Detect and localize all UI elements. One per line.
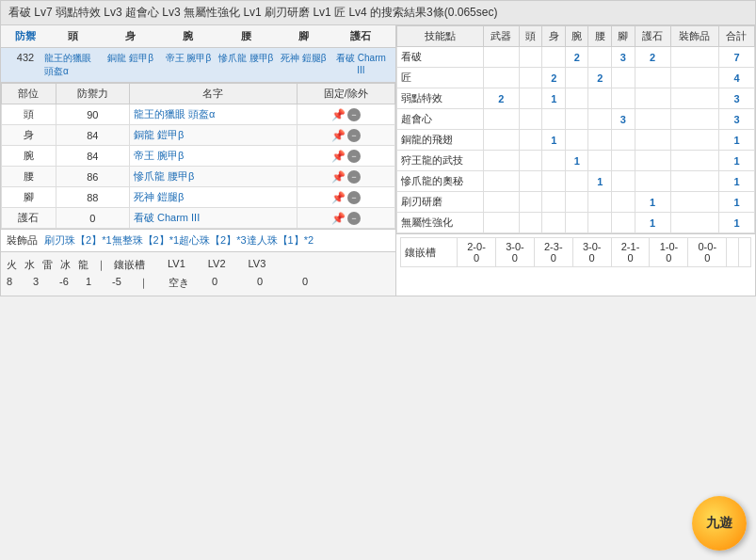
part-table: 部位 防禦力 名字 固定/除外 頭 90 龍王的獵眼 頭盔α 📌 − 身 8 [1,83,395,229]
skill-val-cell [670,151,718,171]
skill-val-cell [542,171,566,192]
skill-name-cell: 慘爪龍的奧秘 [397,171,484,192]
part-row: 護石 0 看破 Charm III 📌 − [2,208,395,229]
skill-val-cell [635,151,670,171]
waist-equip[interactable]: 慘爪龍 腰甲β [217,52,275,65]
skill-val-cell [588,130,612,151]
embed-head: 3-0-0 [495,238,534,267]
part-cell: 腰 [2,167,56,187]
stone-label: 護石 [332,29,390,43]
leg-col: 腳 [611,26,635,47]
skill-val-cell: 1 [635,192,670,213]
skill-table: 技能點 武器 頭 身 腕 腰 腳 護石 裝飾品 合計 看破 [396,25,755,233]
def-cell: 86 [56,167,129,187]
skill-val-cell [635,130,670,151]
stone-col: 護石 [635,26,670,47]
skill-val-cell: 3 [611,109,635,130]
skill-val-cell [483,213,519,233]
equip-detail-row: 432 龍王的獵眼 頭盔α 銅龍 鎧甲β 帝王 腕甲β 慘爪龍 腰甲β 死神 鎧… [1,48,395,83]
arm-equip[interactable]: 帝王 腕甲β [159,52,217,65]
pin-icon: 📌 [331,191,346,204]
skill-val-cell [565,192,588,213]
skill-val-cell [635,68,670,88]
skill-total-cell: 1 [718,171,754,192]
skill-val-cell [542,192,566,213]
skill-val-cell: 1 [565,151,588,171]
top-bar: 看破 Lv7 弱點特效 Lv3 超會心 Lv3 無屬性強化 Lv1 刷刃研磨 L… [1,1,755,25]
dragon-val: -5 [112,276,131,290]
skill-val-cell [670,68,718,88]
skill-val-cell [483,151,519,171]
skill-val-cell [483,171,519,192]
embed-row: 鑲嵌槽 2-0-0 3-0-0 2-3-0 3-0-0 2-1-0 1-0-0 … [401,238,751,267]
body-equip[interactable]: 銅龍 鎧甲β [102,52,159,65]
remove-icon[interactable]: − [347,129,361,142]
skill-val-cell [542,151,566,171]
pin-icon: 📌 [331,212,346,225]
skill-val-cell: 1 [542,130,566,151]
watermark-text: 九遊 [706,515,732,532]
skill-name-cell: 銅龍的飛翅 [397,130,484,151]
name-cell[interactable]: 死神 鎧腿β [129,187,297,208]
skill-row: 無屬性強化 1 1 [397,213,755,233]
embed-waist: 2-1-0 [611,238,650,267]
equip-header: 防禦 頭 身 腕 腰 腳 護石 [1,25,395,48]
skill-val-cell [635,109,670,130]
skill-val-cell [565,68,588,88]
total-col: 合計 [718,26,754,47]
skill-val-cell [483,47,519,68]
defense-label: 防禦 [7,29,44,43]
remove-icon[interactable]: − [347,212,361,225]
skill-name-cell: 超會心 [397,109,484,130]
skill-total-cell: 1 [718,192,754,213]
part-row: 腕 84 帝王 腕甲β 📌 − [2,146,395,167]
skill-val-cell [670,88,718,109]
name-cell[interactable]: 龍王的獵眼 頭盔α [129,104,297,125]
skill-val-cell [670,47,718,68]
embed-section: 鑲嵌槽 2-0-0 3-0-0 2-3-0 3-0-0 2-1-0 1-0-0 … [396,233,755,270]
name-cell[interactable]: 看破 Charm III [129,208,297,229]
skill-name-cell: 無屬性強化 [397,213,484,233]
bottom-section: 火 水 雷 冰 龍 ｜ 鑲嵌槽 LV1 LV2 LV3 8 3 -6 1 -5 [1,251,395,296]
def-cell: 84 [56,125,129,146]
fixed-cell: 📌 − [297,167,394,187]
skill-row: 慘爪龍的奧秘 1 1 [397,171,755,192]
pin-icon: 📌 [331,129,346,142]
stone-equip[interactable]: 看破 Charm III [332,52,390,75]
skill-val-cell: 1 [588,171,612,192]
skill-val-cell [588,213,612,233]
leg-label: 腳 [275,29,332,43]
embed-deco [727,238,739,267]
skill-val-cell: 2 [635,47,670,68]
body-col: 身 [542,26,566,47]
remove-icon[interactable]: − [347,170,361,184]
fixed-cell: 📌 − [297,146,394,167]
skill-val-cell [519,213,542,233]
skill-total-cell: 3 [718,88,754,109]
skill-total-cell: 1 [718,130,754,151]
head-equip[interactable]: 龍王的獵眼 頭盔α [44,52,102,78]
remove-icon[interactable]: − [347,150,361,163]
skill-total-cell: 4 [718,68,754,88]
def-cell: 90 [56,104,129,125]
total-defense: 432 [7,52,44,63]
skill-val-cell [565,109,588,130]
skill-total-cell: 1 [718,151,754,171]
part-cell: 護石 [2,208,56,229]
thunder-val: -6 [59,276,78,290]
remove-icon[interactable]: − [347,191,361,204]
skill-val-cell [519,109,542,130]
remove-icon[interactable]: − [347,108,361,121]
name-cell[interactable]: 慘爪龍 腰甲β [129,167,297,187]
skill-total-cell: 1 [718,213,754,233]
arm-label: 腕 [159,29,217,43]
pin-icon: 📌 [331,170,346,184]
skill-val-cell: 1 [635,213,670,233]
name-cell[interactable]: 銅龍 鎧甲β [129,125,297,146]
fixed-cell: 📌 − [297,104,394,125]
name-cell[interactable]: 帝王 腕甲β [129,146,297,167]
leg-equip[interactable]: 死神 鎧腿β [275,52,332,65]
skill-name-cell: 狩王龍的武技 [397,151,484,171]
skill-val-cell [483,130,519,151]
watermark: 九遊 [692,496,747,551]
